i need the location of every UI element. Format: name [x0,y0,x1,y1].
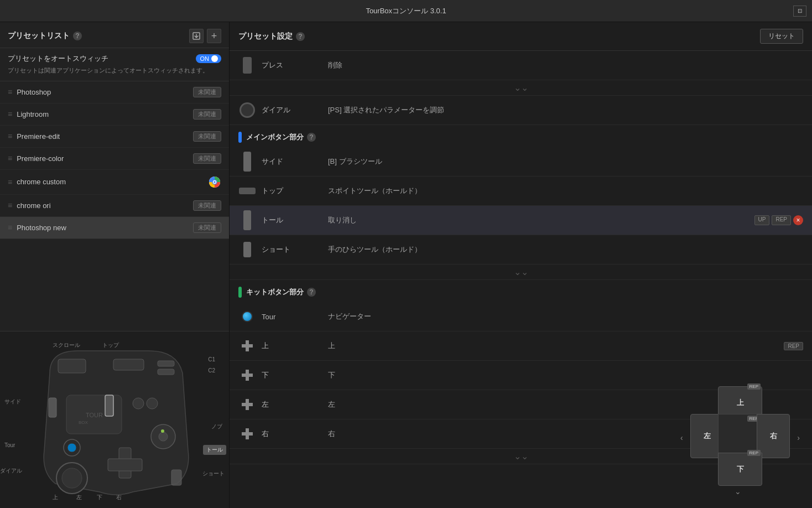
preset-name-label: Premiere-color [17,154,189,163]
tall-action: 取り消し [328,215,754,225]
header-buttons: + [189,29,221,43]
preset-item-1[interactable]: ≡Photoshop未関連 [0,81,229,103]
add-preset-button[interactable]: + [207,29,221,43]
press-icon [238,56,256,74]
up-icon [238,337,256,355]
expand-row-top[interactable]: ⌄⌄ [230,80,812,96]
label-knob: ノブ [211,423,222,431]
maximize-button[interactable]: ⊡ [793,6,806,17]
preset-settings-header: プリセット設定 ? リセット [230,22,812,51]
tour-name: Tour [262,313,328,321]
press-name: プレス [262,60,328,70]
short-action: 手のひらツール（ホールド） [328,245,803,255]
tag-up[interactable]: UP [754,215,770,225]
right-icon [238,425,256,443]
preset-name-label: Photoshop [17,88,189,96]
preset-item-3[interactable]: ≡Premiere-edit未関連 [0,126,229,148]
short-icon [238,241,256,258]
down-icon [238,366,256,384]
label-c1: C1 [208,356,215,362]
dpad-down-shape [242,370,253,381]
reset-button[interactable]: リセット [760,29,803,44]
svg-rect-9 [49,398,56,417]
dial-name: ダイアル [262,105,328,115]
tag-close-btn[interactable]: × [793,215,803,225]
preset-settings-title: プリセット設定 ? [238,32,305,42]
preset-badge: 未関連 [193,131,221,142]
dial-icon-container [238,101,256,119]
toggle-text: ON [200,55,210,62]
up-tags: REP [784,342,803,350]
top-action: スポイトツール（ホールド） [328,186,803,196]
top-row[interactable]: トップ スポイトツール（ホールド） [230,177,812,206]
svg-rect-23 [108,459,142,471]
preset-items-list: ≡Photoshop未関連≡Lightroom未関連≡Premiere-edit… [0,81,229,331]
preset-list-label: プリセットリスト [8,31,70,41]
short-row[interactable]: ショート 手のひらツール（ホールド） [230,235,812,265]
press-row[interactable]: プレス 削除 [230,51,812,80]
svg-rect-5 [58,359,86,373]
main-section-header: メインボタン部分 ? [230,125,812,147]
preset-badge: 未関連 [193,109,221,120]
tall-row[interactable]: トール 取り消し UP REP × [230,206,812,235]
left-panel: プリセットリスト ? + プリセットをオートスウィッチ ON [0,22,230,508]
svg-point-14 [147,398,158,409]
left-name: 左 [262,400,328,409]
dial-row[interactable]: ダイアル [PS] 選択されたパラメーターを調節 [230,96,812,125]
up-action: 上 [328,341,784,351]
main-section-dot [238,132,242,143]
dpad-right-label: 右 [770,431,777,441]
press-action: 削除 [328,60,803,70]
tour-action: ナビゲーター [328,312,803,322]
svg-rect-24 [171,470,181,485]
tag-rep-up[interactable]: REP [784,342,803,350]
tag-rep[interactable]: REP [772,215,791,225]
import-button[interactable] [189,29,204,43]
dpad-nav-down[interactable]: ⌄ [735,487,741,496]
tour-row[interactable]: Tour ナビゲーター [230,302,812,331]
drag-handle-icon: ≡ [8,87,12,96]
main-section-help[interactable]: ? [307,133,316,142]
dpad-nav-left[interactable]: ‹ [680,433,683,442]
preset-badge: 未関連 [193,200,221,211]
expand-icon-top: ⌄⌄ [514,82,528,93]
preset-name-label: Lightroom [17,110,189,118]
preset-list-help-icon[interactable]: ? [73,32,82,40]
expand-icon-kit: ⌄⌄ [514,451,528,462]
dpad-right-btn[interactable]: 右 [757,414,790,458]
drag-handle-icon: ≡ [8,223,12,232]
preset-list-title: プリセットリスト ? [8,31,82,41]
preset-item-6[interactable]: ≡chrome ori未関連 [0,195,229,217]
dpad-down-btn[interactable]: REP 下 [718,453,762,486]
side-btn-shape [243,57,252,74]
down-action: 下 [328,370,803,380]
preset-item-7[interactable]: ≡Photoshop new未関連 [0,217,229,239]
dpad-up-shape [242,340,253,351]
top-btn-shape [239,188,256,194]
side-icon [238,153,256,170]
kit-section-help[interactable]: ? [307,288,316,297]
svg-rect-7 [158,361,174,366]
preset-item-4[interactable]: ≡Premiere-color未関連 [0,148,229,170]
main-section-label: メインボタン部分 [246,132,304,142]
dpad-left-label: 左 [704,431,711,441]
svg-point-17 [161,429,164,433]
label-dial: ダイアル [0,467,22,475]
tall-tags: UP REP × [754,215,803,225]
left-icon [238,396,256,413]
preset-item-5[interactable]: ≡chrome custom [0,170,229,195]
preset-settings-help-icon[interactable]: ? [296,32,305,41]
auto-switch-toggle[interactable]: ON [196,54,222,63]
up-row[interactable]: 上 上 REP [230,331,812,361]
expand-row-main[interactable]: ⌄⌄ [230,265,812,280]
right-name: 右 [262,429,328,439]
tall-name: トール [262,215,328,225]
label-c2: C2 [208,367,215,374]
dpad-nav-right[interactable]: › [797,433,800,442]
preset-name-label: chrome ori [17,201,189,210]
side-row[interactable]: サイド [B] ブラシツール [230,147,812,177]
label-side: サイド [4,398,21,406]
chrome-icon [208,175,221,189]
preset-item-2[interactable]: ≡Lightroom未関連 [0,103,229,126]
titlebar: TourBoxコンソール 3.0.1 ⊡ [0,0,812,22]
